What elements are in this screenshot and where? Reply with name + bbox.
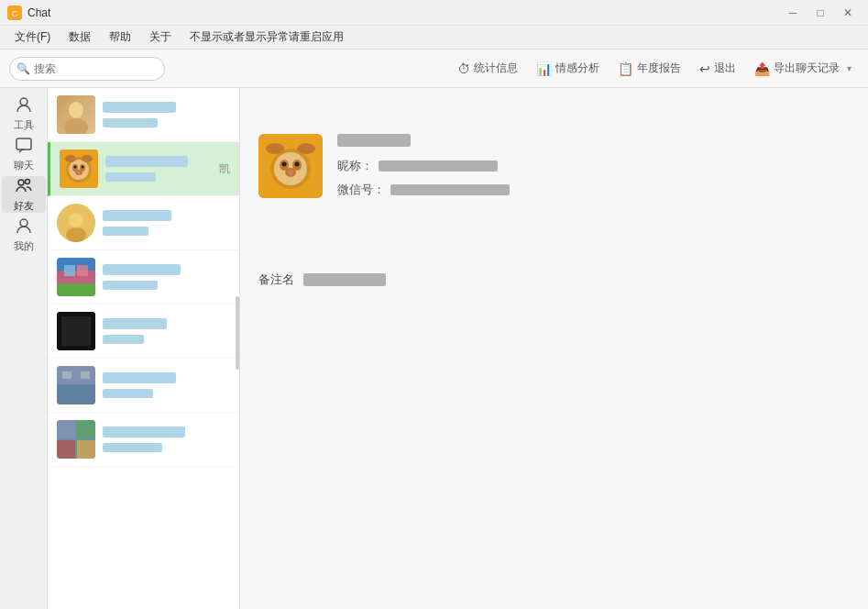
detail-wechat-row: 微信号：	[337, 182, 510, 198]
svg-point-51	[297, 143, 315, 154]
contact-sub	[103, 227, 148, 236]
contact-info	[103, 210, 230, 236]
mine-label: 我的	[14, 239, 34, 253]
avatar	[60, 149, 98, 188]
svg-point-50	[266, 143, 284, 154]
menu-about[interactable]: 关于	[142, 28, 179, 47]
note-section: 备注名	[258, 271, 850, 288]
svg-rect-26	[57, 283, 95, 296]
contact-item[interactable]	[48, 413, 239, 467]
contact-info	[103, 264, 230, 290]
annual-button[interactable]: 📋 年度报告	[610, 57, 688, 80]
logout-button[interactable]: ↩ 退出	[692, 57, 743, 80]
sidebar-item-chat[interactable]: 聊天	[2, 136, 46, 172]
svg-point-19	[65, 155, 76, 162]
svg-rect-25	[57, 271, 95, 283]
contact-item[interactable]: 凯	[48, 142, 239, 196]
svg-point-15	[74, 166, 77, 169]
svg-point-22	[69, 213, 83, 227]
avatar	[57, 420, 95, 459]
maximize-button[interactable]: □	[808, 3, 833, 23]
avatar	[57, 258, 95, 296]
tools-icon	[16, 96, 32, 116]
sidebar-item-tools[interactable]: 工具	[2, 95, 46, 132]
contact-item[interactable]	[48, 250, 239, 304]
contact-info	[103, 102, 230, 127]
contact-sub	[103, 443, 162, 452]
svg-point-23	[66, 227, 86, 242]
sentiment-button[interactable]: 📊 情感分析	[529, 57, 607, 80]
search-input[interactable]	[9, 57, 165, 81]
mine-icon	[16, 217, 32, 238]
svg-rect-39	[57, 440, 75, 459]
contact-list: 凯	[48, 88, 240, 609]
contact-item[interactable]	[48, 359, 239, 413]
note-value	[303, 273, 386, 286]
contact-name	[103, 102, 176, 113]
svg-text:C: C	[12, 9, 18, 18]
app-icon: C	[7, 6, 22, 20]
detail-panel: 昵称： 微信号： 备注名	[240, 88, 868, 609]
annual-icon: 📋	[618, 61, 633, 76]
svg-point-8	[69, 102, 83, 118]
sidebar-nav: 工具 聊天 好友	[0, 88, 48, 609]
tools-label: 工具	[14, 118, 34, 132]
avatar	[57, 366, 95, 404]
export-button[interactable]: 📤 导出聊天记录 ▾	[747, 57, 859, 80]
sidebar-item-mine[interactable]: 我的	[2, 216, 46, 253]
contact-name	[105, 156, 188, 167]
contact-item[interactable]	[48, 304, 239, 359]
svg-point-18	[77, 171, 81, 174]
chevron-down-icon: ▾	[847, 63, 852, 73]
detail-avatar	[258, 134, 323, 198]
svg-point-46	[282, 162, 287, 167]
contact-item[interactable]	[48, 88, 239, 142]
contact-name	[103, 372, 176, 383]
contact-item[interactable]	[48, 196, 239, 250]
app-title: Chat	[27, 6, 50, 19]
svg-rect-27	[64, 265, 75, 276]
close-button[interactable]: ✕	[835, 3, 861, 23]
contact-name	[103, 426, 185, 437]
search-wrapper: 🔍	[9, 57, 165, 81]
svg-point-2	[20, 98, 27, 105]
contact-sub	[103, 281, 158, 290]
scrollbar[interactable]	[236, 88, 239, 609]
svg-point-49	[288, 170, 293, 175]
friends-label: 好友	[14, 199, 34, 213]
toolbar: 🔍 ⏱ 统计信息 📊 情感分析 📋 年度报告 ↩ 退出 📤 导出聊天记录 ▾	[0, 50, 868, 88]
svg-rect-28	[77, 265, 88, 276]
sidebar-item-friends[interactable]: 好友	[2, 176, 46, 213]
stats-button[interactable]: ⏱ 统计信息	[450, 57, 525, 80]
svg-rect-37	[57, 420, 75, 438]
menu-restart[interactable]: 不显示或者显示异常请重启应用	[182, 28, 351, 47]
minimize-button[interactable]: ─	[780, 3, 806, 23]
main-layout: 工具 聊天 好友	[0, 88, 868, 609]
svg-point-16	[82, 166, 84, 169]
contact-sub	[103, 335, 144, 344]
contact-info	[105, 156, 210, 182]
scrollbar-thumb[interactable]	[236, 296, 239, 370]
contact-info	[103, 318, 230, 344]
svg-point-20	[82, 155, 93, 162]
menu-help[interactable]: 帮助	[102, 28, 138, 47]
nickname-value	[379, 161, 498, 172]
svg-rect-38	[77, 420, 95, 438]
menu-data[interactable]: 数据	[61, 28, 98, 47]
contact-name	[103, 210, 171, 221]
svg-rect-35	[81, 371, 90, 379]
chat-icon	[16, 137, 32, 157]
wechat-value	[390, 184, 510, 195]
avatar	[57, 204, 95, 242]
svg-point-4	[18, 180, 24, 185]
title-bar-left: C Chat	[7, 6, 50, 20]
svg-point-6	[20, 219, 27, 227]
profile-section: 昵称： 微信号：	[258, 134, 850, 198]
svg-rect-32	[57, 384, 95, 404]
export-icon: 📤	[754, 61, 770, 76]
contact-name	[103, 264, 181, 275]
menu-file[interactable]: 文件(F)	[7, 28, 58, 47]
contact-info	[103, 372, 230, 398]
logout-icon: ↩	[699, 61, 710, 76]
contact-info	[103, 426, 230, 452]
